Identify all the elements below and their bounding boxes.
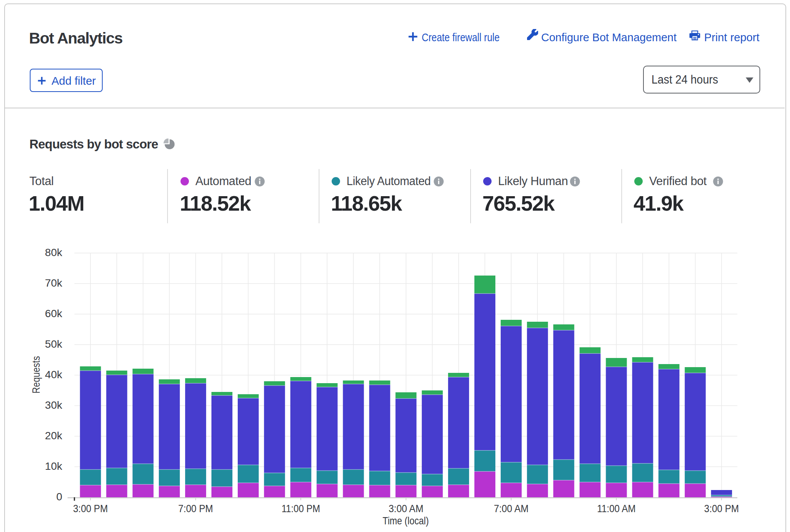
svg-text:60k: 60k [45, 308, 63, 319]
svg-text:30k: 30k [45, 399, 63, 411]
svg-text:3:00 PM: 3:00 PM [73, 503, 108, 514]
svg-text:11:00 PM: 11:00 PM [282, 503, 320, 514]
svg-text:7:00 AM: 7:00 AM [494, 503, 529, 514]
svg-text:3:00 PM: 3:00 PM [704, 503, 739, 514]
svg-text:3:00 AM: 3:00 AM [389, 503, 423, 514]
svg-text:20k: 20k [45, 430, 63, 442]
svg-text:50k: 50k [45, 338, 63, 350]
svg-text:0: 0 [56, 491, 62, 503]
svg-text:7:00 PM: 7:00 PM [178, 503, 213, 514]
svg-text:11:00 AM: 11:00 AM [597, 503, 636, 514]
svg-text:Requests: Requests [30, 356, 42, 393]
svg-text:80k: 80k [45, 247, 63, 258]
svg-text:40k: 40k [45, 369, 63, 380]
svg-text:Time (local): Time (local) [383, 515, 429, 527]
svg-text:10k: 10k [45, 460, 63, 472]
svg-text:70k: 70k [45, 277, 63, 289]
